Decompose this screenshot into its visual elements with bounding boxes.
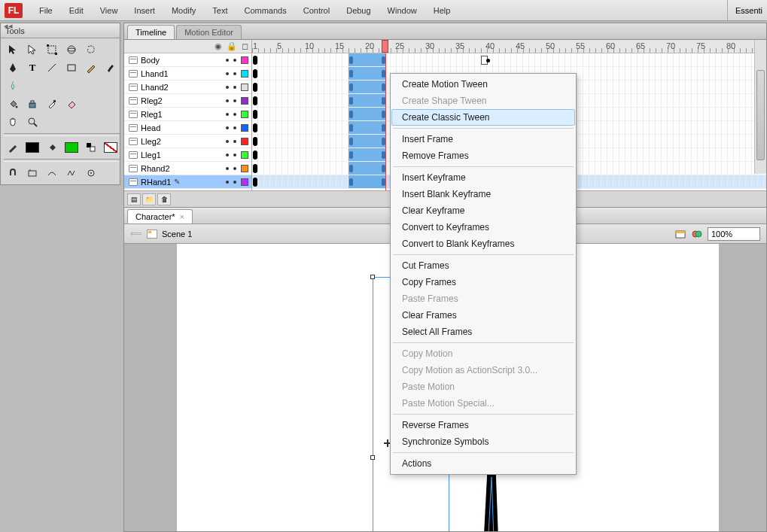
no-color[interactable] [102, 139, 120, 156]
tab-motion-editor[interactable]: Motion Editor [176, 25, 242, 39]
layer-row[interactable]: Lleg2 [124, 135, 251, 148]
lock-icon[interactable]: 🔒 [227, 41, 237, 51]
context-menu-item[interactable]: Convert to Keyframes [391, 219, 575, 236]
brush-tool[interactable] [102, 59, 120, 76]
keyframe-icon[interactable] [349, 70, 353, 78]
end-keyframe-icon[interactable] [481, 56, 488, 65]
outline-color[interactable] [241, 165, 248, 172]
keyframe-icon[interactable] [349, 124, 353, 132]
context-menu-item[interactable]: Convert to Blank Keyframes [391, 236, 575, 252]
lock-toggle[interactable] [233, 126, 236, 129]
menu-debug[interactable]: Debug [339, 4, 378, 17]
menu-help[interactable]: Help [426, 4, 458, 17]
back-icon[interactable]: ⟸ [130, 229, 142, 239]
frame-selection[interactable] [348, 121, 386, 134]
visibility-toggle[interactable] [226, 167, 229, 170]
pencil-tool[interactable] [82, 59, 100, 76]
scene-name[interactable]: Scene 1 [162, 230, 192, 239]
context-menu-item[interactable]: Clear Keyframe [391, 202, 575, 219]
outline-color[interactable] [241, 138, 248, 145]
new-layer-button[interactable]: ▤ [127, 193, 141, 205]
context-menu-item[interactable]: Actions [391, 455, 575, 472]
tab-timeline[interactable]: Timeline [127, 25, 175, 39]
menu-modify[interactable]: Modify [164, 4, 203, 17]
outline-color[interactable] [241, 56, 248, 64]
visibility-toggle[interactable] [226, 140, 229, 143]
timeline-scrollbar[interactable] [754, 40, 766, 174]
layer-row[interactable]: Body [124, 53, 251, 67]
selection-tool[interactable] [4, 41, 22, 58]
lock-toggle[interactable] [233, 113, 236, 116]
timeline-track[interactable] [252, 53, 766, 67]
outline-color[interactable] [241, 97, 248, 105]
outline-color[interactable] [241, 84, 248, 91]
keyframe-icon[interactable] [349, 97, 353, 105]
subselection-tool[interactable] [23, 41, 41, 58]
menu-text[interactable]: Text [205, 4, 235, 17]
smooth-option[interactable] [23, 165, 41, 181]
lock-toggle[interactable] [233, 86, 236, 89]
outline-color[interactable] [241, 151, 248, 159]
menu-view[interactable]: View [93, 4, 126, 17]
keyframe-icon[interactable] [253, 83, 257, 92]
new-folder-button[interactable]: 📁 [142, 193, 156, 205]
keyframe-icon[interactable] [253, 164, 257, 173]
eyedropper-tool[interactable] [43, 96, 61, 112]
menu-control[interactable]: Control [296, 4, 337, 17]
keyframe-icon[interactable] [349, 151, 353, 159]
transform-handle[interactable] [370, 455, 375, 460]
outline-color[interactable] [241, 178, 248, 186]
collapse-icon[interactable]: ◂◂ [2, 22, 14, 29]
menu-window[interactable]: Window [380, 4, 425, 17]
option-4[interactable] [62, 165, 81, 181]
frame-selection[interactable] [348, 53, 386, 66]
context-menu-item[interactable]: Cut Frames [391, 257, 575, 274]
frame-selection[interactable] [348, 175, 386, 188]
lock-toggle[interactable] [233, 181, 236, 184]
visibility-toggle[interactable] [226, 72, 229, 75]
layer-row[interactable]: Rleg2 [124, 94, 251, 108]
delete-layer-button[interactable]: 🗑 [157, 193, 171, 205]
context-menu-item[interactable]: Create Classic Tween [391, 109, 575, 126]
zoom-field[interactable]: 100% [708, 227, 760, 241]
lock-toggle[interactable] [233, 154, 236, 157]
context-menu-item[interactable]: Reverse Frames [391, 417, 575, 433]
rectangle-tool[interactable] [62, 59, 81, 76]
paint-bucket-tool[interactable] [4, 96, 22, 112]
straighten-option[interactable] [43, 165, 61, 181]
lock-toggle[interactable] [233, 167, 236, 170]
lock-toggle[interactable] [233, 99, 236, 102]
keyframe-icon[interactable] [253, 123, 257, 132]
lasso-tool[interactable] [82, 41, 100, 58]
menu-edit[interactable]: Edit [62, 4, 91, 17]
outline-color[interactable] [241, 124, 248, 132]
frame-selection[interactable] [348, 162, 386, 175]
context-menu-item[interactable]: Copy Frames [391, 274, 575, 290]
keyframe-icon[interactable] [253, 137, 257, 146]
text-tool[interactable]: T [23, 59, 41, 76]
close-icon[interactable]: × [180, 212, 184, 221]
pen-tool[interactable] [4, 59, 22, 76]
visibility-toggle[interactable] [226, 86, 229, 89]
layer-row[interactable]: Rleg1 [124, 108, 251, 121]
visibility-toggle[interactable] [226, 181, 229, 184]
stroke-swatch[interactable] [23, 139, 41, 156]
outline-icon[interactable]: ◻ [242, 41, 248, 51]
stroke-color[interactable] [4, 139, 22, 156]
visibility-toggle[interactable] [226, 113, 229, 116]
line-tool[interactable] [43, 59, 61, 76]
layer-row[interactable]: Head [124, 121, 251, 135]
frame-selection[interactable] [348, 108, 386, 120]
keyframe-icon[interactable] [253, 56, 257, 65]
lock-toggle[interactable] [233, 72, 236, 75]
snap-option[interactable] [4, 165, 22, 181]
layer-row[interactable]: Lhand1 [124, 67, 251, 81]
edit-scene-icon[interactable] [674, 228, 686, 240]
ink-bottle-tool[interactable] [23, 96, 41, 112]
lock-toggle[interactable] [233, 140, 236, 143]
keyframe-icon[interactable] [253, 69, 257, 78]
keyframe-icon[interactable] [349, 138, 353, 145]
context-menu-item[interactable]: Insert Blank Keyframe [391, 186, 575, 202]
lasso-tool-3d[interactable] [62, 41, 81, 58]
lock-toggle[interactable] [233, 59, 236, 62]
